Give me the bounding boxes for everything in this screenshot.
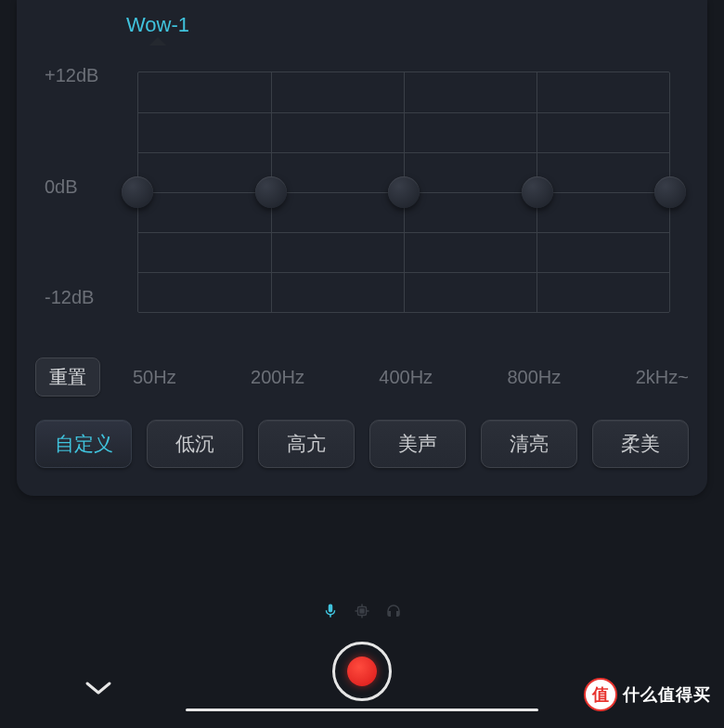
headphone-icon [385,603,402,619]
tab-bar: Wow-1 [17,0,707,58]
freq-label: 800Hz [508,367,562,388]
eq-slider-400hz[interactable] [390,72,418,313]
freq-label: 200Hz [251,367,304,388]
track-progress-line[interactable] [186,708,538,711]
slider-knob[interactable] [522,176,553,208]
watermark: 值 什么值得买 [584,678,711,711]
preset-deep[interactable]: 低沉 [147,420,243,468]
reset-label: 重置 [49,365,86,390]
preset-label: 清亮 [510,431,549,457]
tab-active-pointer [149,37,166,46]
tab-wow1[interactable]: Wow-1 [126,13,189,45]
freq-label: 400Hz [379,367,433,388]
reset-button[interactable]: 重置 [35,358,100,396]
eq-slider-200hz[interactable] [257,72,285,313]
freq-labels: 50Hz 200Hz 400Hz 800Hz 2kHz~ [100,367,689,388]
watermark-text: 什么值得买 [623,683,711,706]
eq-slider-2khz[interactable] [656,72,684,313]
watermark-badge: 值 [584,678,617,711]
slider-knob[interactable] [388,176,420,208]
preset-row: 自定义 低沉 高亢 美声 清亮 柔美 [35,420,689,468]
chevron-down-icon [84,680,113,698]
slider-knob[interactable] [255,176,287,208]
preset-clear[interactable]: 清亮 [481,420,577,468]
chip-icon [354,603,370,619]
preset-high[interactable]: 高亢 [258,420,355,468]
tab-label: Wow-1 [126,13,189,36]
preset-label: 柔美 [621,431,660,457]
collapse-button[interactable] [84,680,113,698]
watermark-badge-char: 值 [592,683,609,706]
preset-label: 高亢 [287,431,326,457]
preset-label: 低沉 [175,431,214,457]
preset-label: 自定义 [55,431,113,457]
freq-label: 2kHz~ [636,367,689,388]
status-icons [0,603,724,619]
bottom-controls: 值 什么值得买 [0,603,724,728]
slider-knob[interactable] [654,176,686,208]
freq-label: 50Hz [133,367,176,388]
eq-slider-50hz[interactable] [123,72,151,313]
eq-graph-area: +12dB 0dB -12dB [35,58,689,345]
microphone-icon [322,603,339,619]
record-button[interactable] [332,642,392,701]
db-axis-labels: +12dB 0dB -12dB [45,58,98,327]
preset-custom[interactable]: 自定义 [35,420,132,468]
preset-soft[interactable]: 柔美 [592,420,689,468]
preset-belcanto[interactable]: 美声 [369,420,466,468]
db-label-mid: 0dB [45,176,98,198]
svg-rect-1 [360,609,365,614]
equalizer-panel: Wow-1 +12dB 0dB -12dB [17,0,707,496]
frequency-row: 重置 50Hz 200Hz 400Hz 800Hz 2kHz~ [35,355,689,399]
eq-slider-800hz[interactable] [524,72,551,313]
slider-knob[interactable] [122,176,153,208]
record-dot-icon [347,656,377,686]
db-label-min: -12dB [45,287,98,308]
db-label-max: +12dB [45,65,98,86]
preset-label: 美声 [398,431,437,457]
